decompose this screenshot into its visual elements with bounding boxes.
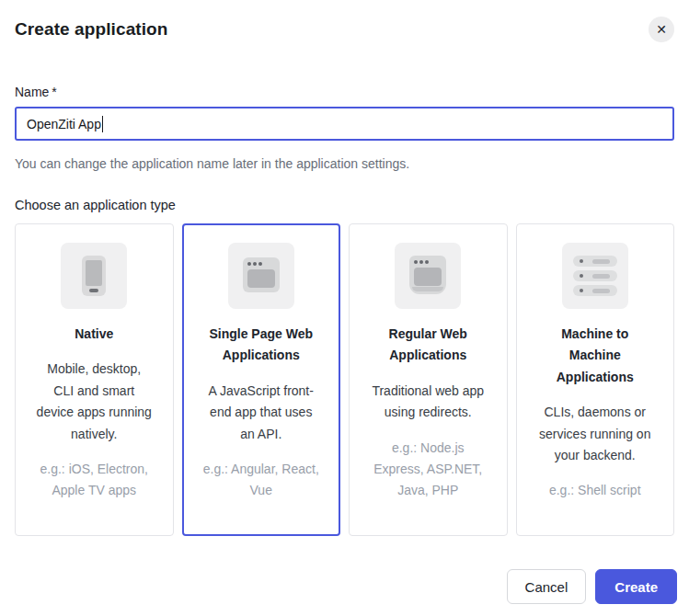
required-marker: * <box>52 85 56 99</box>
dialog-title: Create application <box>15 19 168 40</box>
card-example: e.g.: Shell script <box>533 480 658 501</box>
browser-window-icon <box>228 243 294 309</box>
name-section: Name* OpenZiti App You can change the ap… <box>0 85 689 171</box>
server-stack-icon <box>562 243 628 309</box>
card-title: Single Page Web Applications <box>208 324 315 367</box>
card-example: e.g.: Angular, React, Vue <box>199 459 324 502</box>
card-single-page-web[interactable]: Single Page Web Applications A JavaScrip… <box>182 223 341 536</box>
web-window-with-base-icon <box>395 243 461 309</box>
card-description: CLIs, daemons or services running on you… <box>537 402 653 466</box>
application-type-label: Choose an application type <box>15 198 674 212</box>
cancel-button[interactable]: Cancel <box>507 569 587 604</box>
card-machine-to-machine[interactable]: Machine to Machine Applications CLIs, da… <box>516 223 675 536</box>
card-example: e.g.: Node.js Express, ASP.NET, Java, PH… <box>365 438 490 502</box>
application-type-section: Choose an application type Native Mobile… <box>0 198 689 536</box>
dialog-header: Create application ✕ <box>0 0 689 42</box>
card-description: Traditional web app using redirects. <box>370 381 486 424</box>
application-name-value: OpenZiti App <box>27 117 101 131</box>
close-icon: ✕ <box>656 23 667 36</box>
name-field-label: Name* <box>15 85 674 99</box>
name-helper-text: You can change the application name late… <box>15 156 674 171</box>
text-caret <box>102 116 103 132</box>
card-title: Machine to Machine Applications <box>542 324 649 388</box>
card-native[interactable]: Native Mobile, desktop, CLI and smart de… <box>15 223 174 536</box>
close-button[interactable]: ✕ <box>649 17 674 42</box>
application-name-input[interactable]: OpenZiti App <box>15 107 674 141</box>
create-button[interactable]: Create <box>595 569 677 604</box>
card-title: Native <box>40 324 147 345</box>
application-type-cards: Native Mobile, desktop, CLI and smart de… <box>15 223 674 536</box>
card-title: Regular Web Applications <box>374 324 481 367</box>
card-regular-web[interactable]: Regular Web Applications Traditional web… <box>349 223 508 536</box>
card-example: e.g.: iOS, Electron, Apple TV apps <box>31 459 156 502</box>
card-description: A JavaScript front-end app that uses an … <box>203 381 319 445</box>
dialog-footer: Cancel Create <box>507 569 677 604</box>
card-description: Mobile, desktop, CLI and smart device ap… <box>36 359 152 445</box>
mobile-phone-icon <box>61 243 127 309</box>
